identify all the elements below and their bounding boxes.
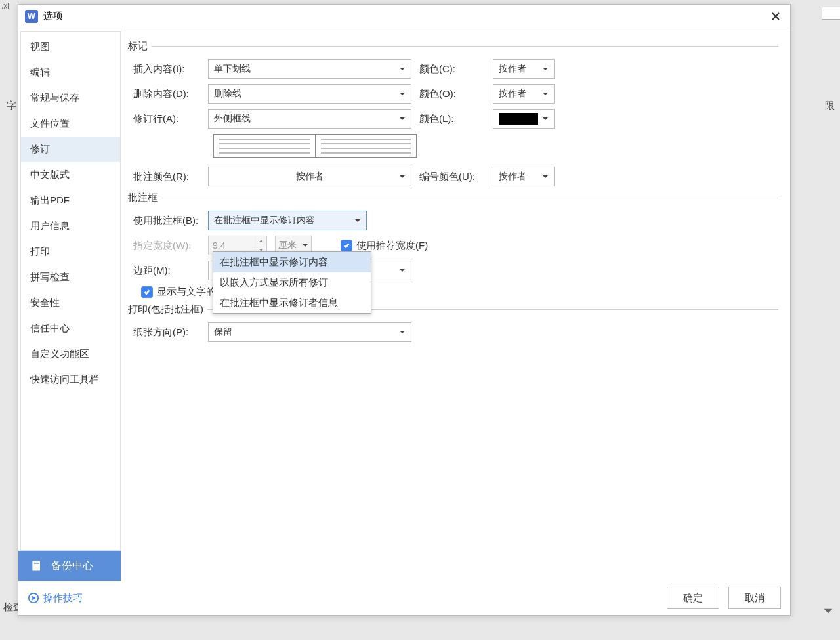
use-recommended-width-checkbox[interactable]: 使用推荐宽度(F): [341, 240, 428, 252]
insert-color-combo[interactable]: 按作者: [493, 59, 555, 79]
backup-label: 备份中心: [51, 559, 93, 573]
section-marks-label: 标记: [128, 40, 148, 53]
bg-scroll-arrow: [823, 606, 833, 616]
use-balloons-label: 使用批注框(B):: [128, 215, 200, 227]
chevron-down-icon: [399, 114, 406, 124]
nav-item-trust-center[interactable]: 信任中心: [21, 316, 120, 341]
width-label: 指定宽度(W):: [128, 240, 200, 252]
chevron-down-icon: [354, 215, 361, 226]
use-balloons-combo[interactable]: 在批注框中显示修订内容: [208, 211, 367, 230]
nav-item-user-info[interactable]: 用户信息: [21, 213, 120, 239]
bg-text-fragment: 限: [825, 100, 835, 112]
orient-combo[interactable]: 保留: [208, 322, 411, 342]
sidebar: 视图 编辑 常规与保存 文件位置 修订 中文版式 输出PDF 用户信息 打印 拼…: [18, 28, 121, 581]
nav-item-output-pdf[interactable]: 输出PDF: [21, 188, 120, 213]
orient-value: 保留: [214, 326, 232, 338]
nav-item-revision[interactable]: 修订: [21, 137, 120, 162]
cancel-button[interactable]: 取消: [728, 587, 781, 609]
number-color-combo[interactable]: 按作者: [493, 167, 555, 186]
insert-color-label: 颜色(C):: [419, 63, 485, 75]
play-circle-icon: [28, 592, 39, 604]
changed-label: 修订行(A):: [128, 113, 200, 125]
spin-up: [255, 236, 266, 245]
bg-window-fragment: [822, 7, 840, 20]
close-icon: [771, 12, 780, 21]
chevron-down-icon: [542, 89, 549, 99]
checkbox-checked-icon: [341, 240, 352, 251]
changed-color-combo[interactable]: [493, 109, 555, 129]
chevron-down-icon: [542, 171, 549, 182]
svg-rect-1: [34, 563, 39, 564]
chevron-down-icon: [399, 171, 406, 182]
section-print-label: 打印(包括批注框): [128, 303, 203, 316]
chevron-down-icon: [399, 265, 406, 276]
use-balloons-dropdown[interactable]: 在批注框中显示修订内容 以嵌入方式显示所有修订 在批注框中显示修订者信息: [213, 251, 371, 314]
dialog-body: 视图 编辑 常规与保存 文件位置 修订 中文版式 输出PDF 用户信息 打印 拼…: [18, 28, 790, 581]
nav-item-edit[interactable]: 编辑: [21, 60, 120, 85]
color-swatch-black: [499, 113, 538, 125]
delete-color-value: 按作者: [499, 88, 526, 100]
bg-tab-fragment: .xl: [0, 0, 13, 12]
row-insert: 插入内容(I): 单下划线 颜色(C): 按作者: [128, 59, 778, 79]
dropdown-option[interactable]: 以嵌入方式显示所有修订: [213, 272, 371, 293]
checkbox-checked-icon: [141, 286, 153, 298]
margin-label: 边距(M):: [128, 265, 200, 277]
delete-color-combo[interactable]: 按作者: [493, 84, 555, 104]
row-orient: 纸张方向(P): 保留: [128, 322, 778, 342]
chevron-down-icon: [542, 114, 549, 124]
nav-item-customize-ribbon[interactable]: 自定义功能区: [21, 341, 120, 367]
changed-color-label: 颜色(L):: [419, 113, 485, 125]
rec-width-label: 使用推荐宽度(F): [356, 240, 428, 252]
nav-item-spellcheck[interactable]: 拼写检查: [21, 265, 120, 290]
chevron-down-icon: [399, 327, 406, 337]
titlebar: W 选项: [18, 5, 790, 28]
tips-link[interactable]: 操作技巧: [28, 592, 83, 605]
delete-combo[interactable]: 删除线: [208, 84, 411, 104]
insert-value: 单下划线: [214, 63, 251, 75]
delete-label: 删除内容(D):: [128, 88, 200, 100]
comment-color-label: 批注颜色(R):: [128, 171, 200, 183]
orient-label: 纸张方向(P):: [128, 326, 200, 339]
ok-button[interactable]: 确定: [667, 587, 719, 609]
insert-label: 插入内容(I):: [128, 63, 200, 75]
use-balloons-value: 在批注框中显示修订内容: [214, 215, 315, 226]
bg-text-fragment: 字: [7, 100, 16, 112]
chevron-down-icon: [302, 240, 308, 251]
backup-center-button[interactable]: 备份中心: [18, 551, 121, 581]
nav-list: 视图 编辑 常规与保存 文件位置 修订 中文版式 输出PDF 用户信息 打印 拼…: [20, 31, 121, 551]
close-button[interactable]: [768, 9, 784, 24]
divider: [152, 46, 778, 47]
changed-combo[interactable]: 外侧框线: [208, 109, 411, 129]
options-dialog: W 选项 视图 编辑 常规与保存 文件位置 修订 中文版式 输出PDF 用户信息…: [18, 4, 791, 616]
dropdown-option[interactable]: 在批注框中显示修订者信息: [213, 293, 371, 313]
dialog-title: 选项: [43, 10, 63, 22]
content-panel: 标记 插入内容(I): 单下划线 颜色(C): 按作者 删除内容(D): 删除线: [121, 28, 790, 581]
width-unit-value: 厘米: [278, 240, 297, 251]
nav-item-security[interactable]: 安全性: [21, 290, 120, 316]
insert-combo[interactable]: 单下划线: [208, 59, 411, 79]
section-balloons-label: 批注框: [128, 192, 158, 204]
app-icon: W: [25, 10, 38, 23]
chevron-down-icon: [542, 64, 549, 74]
dropdown-option[interactable]: 在批注框中显示修订内容: [213, 252, 371, 272]
chevron-down-icon: [399, 64, 406, 74]
nav-item-quick-access[interactable]: 快速访问工具栏: [21, 367, 120, 393]
delete-color-label: 颜色(O):: [419, 88, 485, 100]
nav-item-chinese-layout[interactable]: 中文版式: [21, 162, 120, 188]
insert-color-value: 按作者: [499, 63, 526, 75]
divider: [161, 198, 778, 198]
svg-rect-0: [32, 561, 40, 571]
tips-label: 操作技巧: [43, 592, 83, 605]
row-comment-color: 批注颜色(R): 按作者 编号颜色(U): 按作者: [128, 167, 778, 186]
number-color-value: 按作者: [499, 171, 526, 182]
changed-lines-preview: [213, 134, 417, 158]
comment-color-combo[interactable]: 按作者: [208, 167, 411, 186]
nav-item-view[interactable]: 视图: [21, 34, 120, 60]
nav-item-file-location[interactable]: 文件位置: [21, 111, 120, 137]
comment-color-value: 按作者: [296, 171, 324, 182]
width-value: 9.4: [209, 240, 225, 251]
changed-value: 外侧框线: [214, 113, 251, 125]
dialog-footer: 操作技巧 确定 取消: [18, 581, 790, 615]
nav-item-print[interactable]: 打印: [21, 239, 120, 265]
nav-item-general-save[interactable]: 常规与保存: [21, 85, 120, 111]
